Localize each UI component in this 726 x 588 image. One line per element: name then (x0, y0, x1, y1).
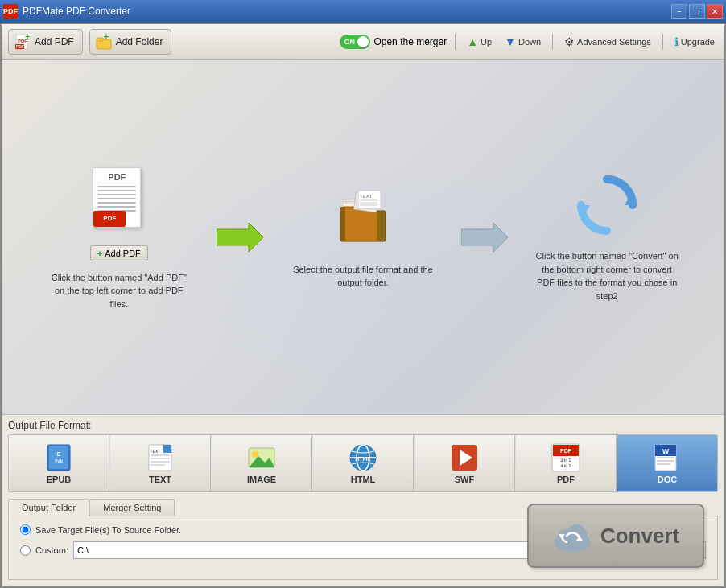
app-title: PDFMate PDF Converter (23, 6, 671, 17)
pdf-format-icon: PDF 2 in 1 4 in 1 (551, 442, 581, 473)
format-image-button[interactable]: IMAGE (212, 435, 312, 491)
convert-btn-container: Convert (527, 504, 704, 568)
save-to-source-radio[interactable] (20, 524, 31, 535)
svg-text:TEXT: TEXT (151, 449, 161, 454)
bottom-section: Output File Format: E Pub EPUB (2, 414, 724, 586)
arrow-1 (217, 221, 265, 253)
svg-text:TEXT: TEXT (360, 194, 373, 199)
doc-icon: W (652, 442, 683, 473)
format-buttons-group: E Pub EPUB TEXT (8, 434, 718, 492)
format-epub-button[interactable]: E Pub EPUB (9, 435, 109, 491)
upgrade-icon: ℹ (674, 35, 679, 48)
swf-label: SWF (455, 475, 474, 484)
tab-output-folder[interactable]: Output Folder (8, 499, 89, 516)
format-swf-button[interactable]: SWF (415, 435, 515, 491)
svg-marker-8 (217, 223, 263, 252)
text-icon: TEXT (145, 442, 175, 473)
convert-button[interactable]: Convert (527, 504, 704, 568)
down-button[interactable]: ▼ Down (501, 34, 544, 50)
add-folder-button[interactable]: + Add Folder (89, 29, 172, 55)
svg-text:PDF: PDF (16, 44, 24, 49)
swf-icon (449, 442, 480, 473)
format-pdf-button[interactable]: PDF 2 in 1 4 in 1 PDF (516, 435, 617, 491)
svg-marker-22 (461, 223, 508, 252)
advanced-settings-button[interactable]: ⚙ Advanced Settings (561, 34, 654, 50)
pdf-badge: PDF (93, 211, 126, 227)
svg-text:Pub: Pub (55, 458, 62, 463)
custom-label: Custom: (35, 545, 68, 555)
toggle-on-label: ON (341, 38, 355, 46)
image-icon (246, 442, 277, 473)
text-label: TEXT (149, 475, 171, 484)
pdf-line-1 (97, 186, 136, 187)
toggle-knob (357, 36, 369, 47)
output-format-label: Output File Format: (8, 415, 718, 434)
pdf-format-label: PDF (557, 475, 575, 484)
restore-button[interactable]: □ (689, 4, 705, 19)
main-window: PDF PDF + Add PDF + Add Folder (0, 23, 726, 588)
upgrade-button[interactable]: ℹ Upgrade (671, 34, 718, 50)
format-text-button[interactable]: TEXT TEXT (110, 435, 211, 491)
step-1: PDF + Add PDF Click the button named "Ad… (47, 163, 192, 311)
up-label: Up (481, 37, 492, 47)
svg-point-37 (252, 451, 258, 458)
convert-label: Convert (600, 524, 679, 549)
step-3-icon (573, 171, 641, 240)
format-doc-button[interactable]: W DOC (617, 435, 717, 491)
image-label: IMAGE (247, 475, 276, 484)
close-button[interactable]: ✕ (707, 4, 723, 19)
epub-icon: E Pub (43, 442, 74, 473)
add-folder-label: Add Folder (116, 36, 163, 47)
convert-cloud-icon (552, 518, 592, 554)
pdf-line-4 (97, 198, 136, 199)
svg-text:HTML: HTML (355, 456, 371, 462)
plus-icon: + (97, 249, 102, 258)
step-2-icon: TEXT (331, 185, 395, 253)
merger-label: Open the merger (373, 36, 447, 47)
merger-toggle[interactable]: ON (340, 35, 370, 49)
add-pdf-label: Add PDF (35, 36, 74, 47)
epub-label: EPUB (47, 475, 72, 484)
titlebar: PDF PDFMate PDF Converter − □ ✕ (0, 0, 726, 23)
step-3-text: Click the button named "Convert" on the … (534, 249, 679, 302)
down-label: Down (518, 37, 541, 47)
pdf-line-2 (97, 190, 136, 191)
up-button[interactable]: ▲ Up (464, 34, 495, 50)
divider-2 (552, 34, 553, 50)
step-1-text: Click the button named "Add PDF" on the … (47, 271, 192, 311)
divider-3 (662, 34, 663, 50)
tab-content-output-folder: Save Target File(s) To Source Folder. Cu… (8, 516, 718, 580)
save-to-source-label: Save Target File(s) To Source Folder. (35, 525, 181, 535)
svg-text:E: E (57, 451, 61, 457)
step-1-btn-label: Add PDF (105, 249, 141, 258)
step-1-icon: PDF (87, 163, 151, 236)
pdf-paper: PDF (93, 167, 141, 228)
pdf-line-6 (97, 206, 136, 208)
divider-1 (455, 34, 456, 50)
svg-rect-30 (163, 445, 171, 453)
add-pdf-button[interactable]: PDF PDF + Add PDF (8, 29, 83, 55)
content-area: PDF + Add PDF Click the button named "Ad… (2, 60, 724, 586)
minimize-button[interactable]: − (671, 4, 687, 19)
step-3: Click the button named "Convert" on the … (534, 171, 679, 302)
svg-rect-26 (49, 446, 68, 469)
format-html-button[interactable]: HTML HTML (313, 435, 414, 491)
custom-radio[interactable] (20, 545, 31, 556)
preview-panel: PDF + Add PDF Click the button named "Ad… (2, 60, 724, 414)
pdf-lines (97, 186, 136, 214)
app-icon: PDF (3, 4, 18, 19)
step-2: TEXT Select the output file format and t… (291, 185, 435, 290)
up-arrow-icon: ▲ (467, 35, 478, 48)
tabs-area: Output Folder Merger Setting Save Target… (8, 499, 718, 580)
step-1-add-pdf-btn[interactable]: + Add PDF (90, 245, 148, 261)
merger-toggle-group: ON Open the merger (340, 35, 447, 49)
add-folder-icon: + (95, 33, 113, 51)
svg-text:+: + (25, 33, 30, 41)
toolbar: PDF PDF + Add PDF + Add Folder (2, 24, 724, 60)
svg-text:W: W (662, 447, 670, 455)
html-icon: HTML (348, 442, 378, 473)
tab-merger-setting[interactable]: Merger Setting (89, 499, 175, 516)
pdf-line-5 (97, 202, 136, 204)
down-arrow-icon: ▼ (505, 35, 516, 48)
step-2-text: Select the output file format and the ou… (291, 263, 435, 290)
